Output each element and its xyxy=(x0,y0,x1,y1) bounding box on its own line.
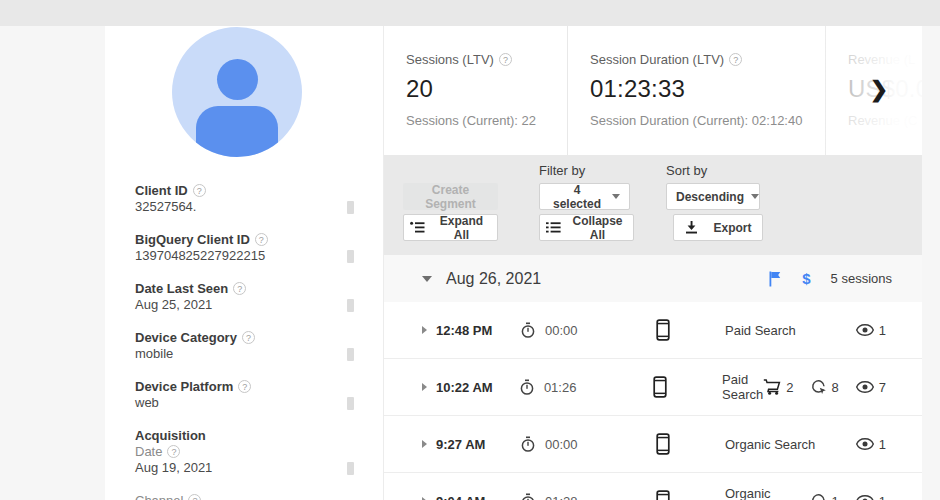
field-channel: Channel? xyxy=(135,493,360,500)
expand-all-button[interactable]: Expand All xyxy=(403,214,498,241)
collapse-all-icon xyxy=(546,221,561,234)
copy-icon[interactable] xyxy=(347,397,354,410)
goal-flag-icon xyxy=(768,271,782,287)
cart-icon xyxy=(763,379,781,395)
field-acquisition-date: Acquisition Date? Aug 19, 2021 xyxy=(135,428,360,476)
metric-sessions-ltv: Sessions (LTV)? 20 Sessions (Current): 2… xyxy=(384,26,567,155)
carousel-next-button[interactable]: ❯ xyxy=(866,76,892,104)
copy-icon[interactable] xyxy=(347,250,354,263)
field-value: Aug 25, 2021 xyxy=(135,297,360,313)
field-device-platform: Device Platform? web xyxy=(135,379,360,411)
help-icon[interactable]: ? xyxy=(255,233,268,246)
pageviews-count: 1 xyxy=(879,494,886,500)
pageviews-metric: 7 xyxy=(856,380,886,395)
session-count: 5 sessions xyxy=(831,271,892,286)
field-label: Client ID xyxy=(135,183,188,198)
help-icon[interactable]: ? xyxy=(233,282,246,295)
mobile-device-icon xyxy=(653,376,667,398)
user-fields: Client ID? 32527564. BigQuery Client ID?… xyxy=(135,183,360,500)
create-segment-button[interactable]: Create Segment xyxy=(403,183,498,210)
pageviews-count: 1 xyxy=(879,323,886,338)
session-metrics: 1 xyxy=(856,323,886,338)
download-icon xyxy=(684,220,699,235)
collapse-all-button[interactable]: Collapse All xyxy=(539,214,634,241)
help-icon[interactable]: ? xyxy=(188,494,201,500)
session-row[interactable]: 10:22 AM 01:26 Paid Search xyxy=(384,359,922,416)
session-group-header[interactable]: Aug 26, 2021 $ 5 sessions xyxy=(384,255,922,302)
duration-value: 00:00 xyxy=(545,323,578,338)
field-client-id: Client ID? 32527564. xyxy=(135,183,360,215)
help-icon[interactable]: ? xyxy=(499,53,512,66)
metric-value: 01:23:33 xyxy=(590,75,825,103)
eye-icon xyxy=(856,324,874,336)
user-explorer-panel: Client ID? 32527564. BigQuery Client ID?… xyxy=(105,26,922,500)
pageviews-metric: 1 xyxy=(856,494,886,500)
export-button[interactable]: Export xyxy=(673,214,763,241)
session-time: 10:22 AM xyxy=(436,380,507,395)
copy-icon[interactable] xyxy=(347,462,354,475)
field-date-last-seen: Date Last Seen? Aug 25, 2021 xyxy=(135,281,360,313)
user-avatar xyxy=(172,27,302,157)
pageviews-metric: 1 xyxy=(856,323,886,338)
pageviews-count: 1 xyxy=(879,437,886,452)
chevron-right-icon xyxy=(422,326,427,334)
metric-title: Revenue (L xyxy=(848,52,915,67)
field-value: mobile xyxy=(135,346,360,362)
pageviews-metric: 1 xyxy=(856,437,886,452)
copy-icon[interactable] xyxy=(347,201,354,214)
filter-dropdown-value: 4 selected xyxy=(549,183,605,211)
top-window-strip xyxy=(0,0,940,26)
transactions-count: 2 xyxy=(786,380,793,395)
copy-icon[interactable] xyxy=(347,299,354,312)
help-icon[interactable]: ? xyxy=(167,445,180,458)
session-time: 12:48 PM xyxy=(436,323,508,338)
events-metric: 8 xyxy=(811,379,839,395)
help-icon[interactable]: ? xyxy=(729,53,742,66)
session-duration: 00:00 xyxy=(520,322,632,339)
session-metrics: 1 1 xyxy=(811,493,886,500)
session-metrics: 1 xyxy=(856,437,886,452)
expand-all-icon xyxy=(410,221,425,234)
stopwatch-icon xyxy=(520,493,536,500)
help-icon[interactable]: ? xyxy=(193,184,206,197)
session-row[interactable]: 9:27 AM 00:00 Organic Search xyxy=(384,416,922,473)
help-icon[interactable]: ? xyxy=(242,331,255,344)
field-sublabel: Date xyxy=(135,444,162,459)
session-time: 9:27 AM xyxy=(436,437,508,452)
session-channel: Paid Search xyxy=(725,323,820,338)
session-group-date: Aug 26, 2021 xyxy=(446,270,541,288)
field-device-category: Device Category? mobile xyxy=(135,330,360,362)
field-value: web xyxy=(135,395,360,411)
session-time: 9:04 AM xyxy=(436,494,508,500)
field-label: Date Last Seen xyxy=(135,281,228,296)
transactions-metric: 2 xyxy=(763,379,793,395)
eye-icon xyxy=(856,438,874,450)
field-value: 139704825227922215 xyxy=(135,248,360,264)
avatar-person-icon xyxy=(217,59,258,100)
sort-dropdown[interactable]: Descending xyxy=(666,183,760,210)
field-label: Acquisition xyxy=(135,428,206,443)
metric-subtitle: Revenue (C xyxy=(848,113,922,128)
field-label: Device Platform xyxy=(135,379,233,394)
user-details-column: Client ID? 32527564. BigQuery Client ID?… xyxy=(105,26,383,500)
filter-dropdown[interactable]: 4 selected xyxy=(539,183,630,210)
metrics-carousel: Sessions (LTV)? 20 Sessions (Current): 2… xyxy=(384,26,922,155)
field-label: BigQuery Client ID xyxy=(135,232,250,247)
copy-icon[interactable] xyxy=(347,348,354,361)
metric-subtitle: Session Duration (Current): 02:12:40 xyxy=(590,113,825,128)
duration-value: 01:26 xyxy=(544,380,577,395)
session-row[interactable]: 12:48 PM 00:00 Paid Search xyxy=(384,302,922,359)
expand-all-label: Expand All xyxy=(432,214,491,242)
filter-by-label: Filter by xyxy=(539,163,585,178)
sort-dropdown-value: Descending xyxy=(676,190,744,204)
revenue-dollar-icon: $ xyxy=(802,270,810,287)
events-icon xyxy=(811,379,827,395)
stopwatch-icon xyxy=(520,322,536,339)
duration-value: 00:00 xyxy=(545,437,578,452)
help-icon[interactable]: ? xyxy=(238,380,251,393)
session-duration: 00:00 xyxy=(520,436,632,453)
session-row[interactable]: 9:04 AM 01:28 Organic Search xyxy=(384,473,922,500)
mobile-device-icon xyxy=(656,433,670,455)
stopwatch-icon xyxy=(519,379,535,396)
metric-subtitle: Sessions (Current): 22 xyxy=(406,113,567,128)
